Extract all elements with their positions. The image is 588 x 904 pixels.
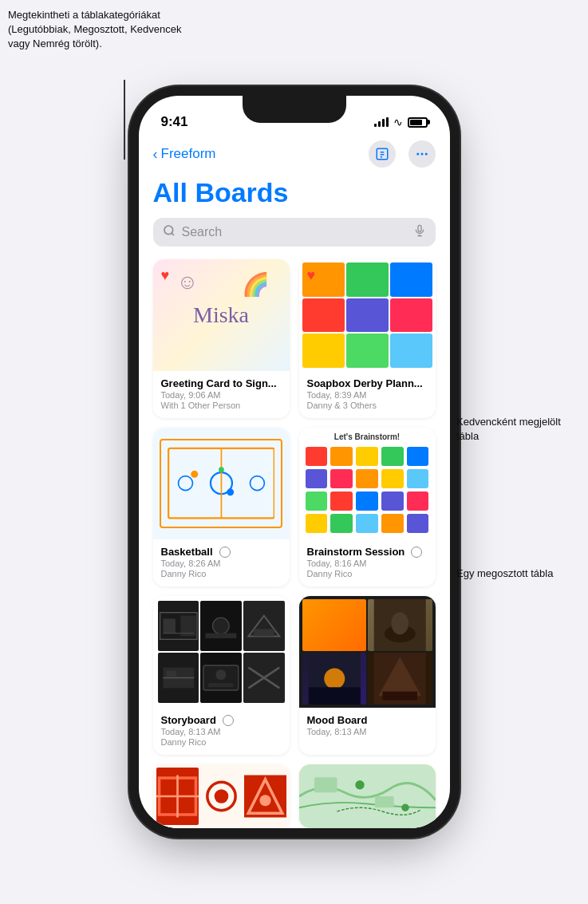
board-thumbnail-map <box>299 764 436 828</box>
svg-point-4 <box>416 153 419 156</box>
court-svg <box>168 444 275 522</box>
search-bar[interactable]: Search <box>153 218 436 247</box>
soapbox-cell-7 <box>302 334 345 368</box>
svg-rect-47 <box>308 687 360 705</box>
svg-point-17 <box>191 471 198 478</box>
storyboard-cell-6 <box>243 653 285 703</box>
shared-bubble-basketball <box>219 547 231 558</box>
search-input[interactable]: Search <box>182 225 407 239</box>
page-wrapper: Megtekintheti a táblakategóriákat (Legut… <box>0 0 588 904</box>
nav-actions <box>369 140 436 168</box>
miska-text: Miska <box>193 302 249 328</box>
board-collab-greeting-card: With 1 Other Person <box>161 401 282 410</box>
edit-button[interactable] <box>369 140 396 168</box>
annotation-line <box>124 80 125 160</box>
board-thumbnail-basketball <box>153 428 290 539</box>
favorite-heart-icon: ♥ <box>161 267 170 284</box>
annotation-shared-text: Egy megosztott tábla <box>456 567 553 579</box>
svg-rect-22 <box>163 618 175 633</box>
soapbox-cell-9 <box>390 334 432 368</box>
board-date-soapbox-derby: Today, 8:39 AM <box>307 390 428 400</box>
svg-point-15 <box>178 476 192 491</box>
board-name-greeting-card: Greeting Card to Sign... <box>161 377 277 389</box>
mood-cell-2 <box>368 599 432 651</box>
shared-bubble-brainstorm <box>411 547 422 558</box>
annotation-shared: Egy megosztott tábla <box>456 566 584 581</box>
mood-cell-3 <box>302 653 367 705</box>
map-svg <box>299 764 436 828</box>
board-title-row-soapbox: Soapbox Derby Plann... <box>307 377 428 389</box>
more-icon <box>415 147 429 161</box>
svg-point-60 <box>259 795 270 806</box>
svg-point-19 <box>219 468 224 473</box>
board-card-soapbox-derby[interactable]: ♥ Soapbox Derby Plann... Today, 8:39 AM <box>299 259 436 418</box>
board-info-moodboard: Mood Board Today, 8:13 AM <box>299 708 436 744</box>
battery-icon <box>408 117 428 128</box>
svg-rect-9 <box>418 225 421 231</box>
svg-rect-50 <box>383 692 417 701</box>
basketball-court <box>160 439 282 528</box>
storyboard-cell-2 <box>200 601 242 651</box>
board-thumbnail-moodboard <box>299 596 436 708</box>
board-date-storyboard: Today, 8:13 AM <box>161 727 282 736</box>
board-date-basketball: Today, 8:26 AM <box>161 559 282 568</box>
svg-rect-34 <box>166 670 176 677</box>
signal-icon <box>374 117 389 127</box>
svg-point-18 <box>227 489 234 496</box>
board-date-brainstorm: Today, 8:16 AM <box>307 559 428 568</box>
board-thumbnail-brainstorm: Let's Brainstorm! <box>299 428 436 539</box>
annotation-favorite: Kedvencként megjelölt tábla <box>456 415 584 444</box>
board-collab-soapbox-derby: Danny & 3 Others <box>307 401 428 410</box>
board-thumbnail-greeting-card: ☺ Miska ♥ <box>153 259 290 371</box>
nav-bar: ‹ Freeform <box>139 137 450 174</box>
shared-bubble-storyboard <box>223 715 234 726</box>
board-date-greeting-card: Today, 9:06 AM <box>161 390 282 400</box>
battery-fill <box>410 120 422 125</box>
storyboard-cell-5 <box>200 653 242 703</box>
annotation-top: Megtekintheti a táblakategóriákat (Legut… <box>8 8 184 52</box>
board-card-basketball[interactable]: Basketball Today, 8:26 AM Danny Rico <box>153 428 290 586</box>
board-card-greeting-card[interactable]: ☺ Miska ♥ Greeting Card to Sign... Today… <box>153 259 290 418</box>
soapbox-cell-6 <box>390 298 432 333</box>
svg-point-6 <box>424 153 427 156</box>
board-info-basketball: Basketball Today, 8:26 AM Danny Rico <box>153 539 290 586</box>
board-name-storyboard: Storyboard <box>161 714 216 726</box>
soapbox-cell-8 <box>346 334 389 368</box>
svg-point-26 <box>213 618 230 634</box>
board-card-moodboard[interactable]: Mood Board Today, 8:13 AM <box>299 596 436 755</box>
mic-icon[interactable] <box>413 224 426 240</box>
board-card-storyboard[interactable]: Storyboard Today, 8:13 AM Danny Rico <box>153 596 290 755</box>
svg-rect-27 <box>206 634 237 638</box>
talavera-cell-3 <box>244 768 286 825</box>
board-info-greeting-card: Greeting Card to Sign... Today, 9:06 AM … <box>153 371 290 418</box>
board-card-map[interactable] <box>299 764 436 828</box>
svg-point-46 <box>324 669 345 689</box>
status-time: 9:41 <box>161 114 188 130</box>
back-button[interactable]: ‹ Freeform <box>153 146 216 163</box>
storyboard-cell-3 <box>243 601 285 651</box>
svg-point-37 <box>216 669 227 680</box>
board-card-talavera[interactable] <box>153 764 290 828</box>
phone-frame: 9:41 ∿ ‹ Freeform <box>139 96 450 828</box>
board-title-row-brainstorm: Brainstorm Session <box>307 546 428 558</box>
svg-rect-62 <box>314 777 337 792</box>
brainstorm-header: Let's Brainstorm! <box>299 432 436 441</box>
svg-point-57 <box>214 789 228 803</box>
back-label: Freeform <box>161 146 216 162</box>
board-card-brainstorm[interactable]: Let's Brainstorm! <box>299 428 436 586</box>
svg-point-64 <box>355 780 364 789</box>
storyboard-cell-4 <box>158 653 199 703</box>
more-button[interactable] <box>408 140 436 168</box>
search-icon <box>163 224 176 240</box>
mood-cell-1 <box>302 599 367 651</box>
signal-bar-2 <box>378 121 381 127</box>
board-info-brainstorm: Brainstorm Session Today, 8:16 AM Danny … <box>299 539 436 586</box>
board-title-row-moodboard: Mood Board <box>307 714 428 726</box>
board-info-storyboard: Storyboard Today, 8:13 AM Danny Rico <box>153 708 290 755</box>
signal-bar-1 <box>374 124 377 127</box>
soapbox-cell-5 <box>346 298 389 333</box>
favorite-heart-icon-soapbox: ♥ <box>307 267 316 284</box>
mood-cell-4 <box>368 653 432 705</box>
svg-point-44 <box>391 612 408 634</box>
board-name-brainstorm: Brainstorm Session <box>307 546 405 558</box>
